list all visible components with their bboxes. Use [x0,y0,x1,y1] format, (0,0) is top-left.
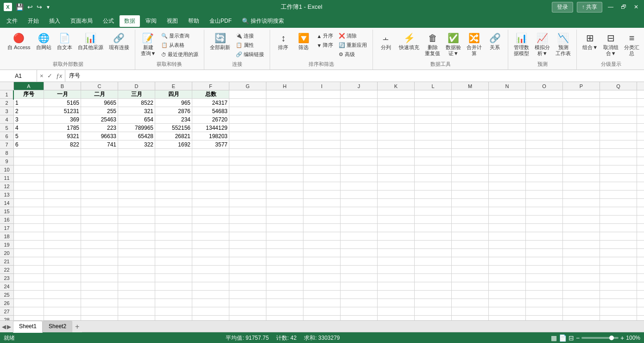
cell-B22[interactable] [44,266,81,274]
cell-O22[interactable] [526,266,563,274]
share-button[interactable]: ↑ 共享 [577,2,602,13]
ribbon-btn-edit-links[interactable]: 🔗 编辑链接 [234,50,266,59]
cell-H3[interactable] [266,107,303,115]
cell-J17[interactable] [341,224,378,232]
cell-H12[interactable] [266,182,303,191]
menu-help[interactable]: 帮助 [183,15,204,27]
cell-K20[interactable] [378,249,415,257]
cell-O2[interactable] [526,99,563,107]
cell-E17[interactable] [155,224,192,232]
cell-G16[interactable] [229,216,266,224]
cell-K27[interactable] [378,307,415,316]
ribbon-btn-other-sources[interactable]: 📊 自其他采源 [76,32,105,51]
ribbon-btn-consolidate[interactable]: 🔀 合并计算 [465,32,484,57]
cell-P12[interactable] [563,182,600,191]
cell-E8[interactable] [155,149,192,157]
ribbon-btn-forecast-sheet[interactable]: 📉 预测工作表 [554,32,573,57]
cell-K2[interactable] [378,99,415,107]
cell-R25[interactable] [637,291,644,299]
cell-L27[interactable] [415,307,452,316]
cell-F24[interactable] [192,282,229,291]
cell-Q10[interactable] [600,165,637,174]
cell-I2[interactable] [303,99,341,107]
cell-F11[interactable] [192,174,229,182]
cell-I5[interactable] [303,124,341,132]
cell-K6[interactable] [378,132,415,140]
cell-B5[interactable]: 1785 [44,124,81,132]
cell-F21[interactable] [192,257,229,266]
cell-J20[interactable] [341,249,378,257]
cell-A14[interactable] [14,199,44,207]
cell-E11[interactable] [155,174,192,182]
cell-R16[interactable] [637,216,644,224]
cell-D28[interactable] [118,316,155,320]
cell-F9[interactable] [192,157,229,165]
cell-N15[interactable] [489,207,526,216]
cell-Q1[interactable] [600,90,637,99]
cell-O28[interactable] [526,316,563,320]
row-header-20[interactable]: 20 [0,249,14,257]
cell-E2[interactable]: 965 [155,99,192,107]
menu-file[interactable]: 文件 [2,15,22,27]
cell-L21[interactable] [415,257,452,266]
cell-C17[interactable] [81,224,118,232]
zoom-slider[interactable] [581,337,619,339]
ribbon-btn-reapply[interactable]: 🔄 重新应用 [337,41,369,50]
cell-B8[interactable] [44,149,81,157]
cell-M22[interactable] [452,266,489,274]
cell-F6[interactable]: 198203 [192,132,229,140]
minimize-button[interactable]: — [606,3,615,11]
cell-G27[interactable] [229,307,266,316]
cell-J28[interactable] [341,316,378,320]
cell-K19[interactable] [378,241,415,249]
cell-C24[interactable] [81,282,118,291]
cell-A12[interactable] [14,182,44,191]
cell-D7[interactable]: 322 [118,140,155,149]
cell-A7[interactable]: 6 [14,140,44,149]
row-header-10[interactable]: 10 [0,165,14,174]
cell-Q7[interactable] [600,140,637,149]
cell-M8[interactable] [452,149,489,157]
cell-A21[interactable] [14,257,44,266]
cell-J26[interactable] [341,299,378,307]
cell-G21[interactable] [229,257,266,266]
cell-E13[interactable] [155,191,192,199]
cell-M26[interactable] [452,299,489,307]
cell-M5[interactable] [452,124,489,132]
cell-F26[interactable] [192,299,229,307]
cell-P6[interactable] [563,132,600,140]
cell-F13[interactable] [192,191,229,199]
menu-review[interactable]: 审阅 [141,15,161,27]
cell-G1[interactable] [229,90,266,99]
cell-C12[interactable] [81,182,118,191]
cell-G6[interactable] [229,132,266,140]
cell-K9[interactable] [378,157,415,165]
cell-C19[interactable] [81,241,118,249]
login-button[interactable]: 登录 [552,2,573,13]
cell-D18[interactable] [118,232,155,241]
cell-J15[interactable] [341,207,378,216]
cell-G24[interactable] [229,282,266,291]
cell-R23[interactable] [637,274,644,282]
cell-N11[interactable] [489,174,526,182]
cell-M7[interactable] [452,140,489,149]
cell-D3[interactable]: 321 [118,107,155,115]
undo-icon[interactable]: ↩ [26,2,34,12]
cell-I8[interactable] [303,149,341,157]
cell-N21[interactable] [489,257,526,266]
cell-P27[interactable] [563,307,600,316]
cell-L10[interactable] [415,165,452,174]
cell-M27[interactable] [452,307,489,316]
cell-N13[interactable] [489,191,526,199]
cell-N19[interactable] [489,241,526,249]
col-header-O[interactable]: O [526,82,563,90]
cell-O4[interactable] [526,115,563,124]
cell-J23[interactable] [341,274,378,282]
cell-P9[interactable] [563,157,600,165]
cell-M25[interactable] [452,291,489,299]
cell-K8[interactable] [378,149,415,157]
cell-Q15[interactable] [600,207,637,216]
cell-A26[interactable] [14,299,44,307]
cell-N3[interactable] [489,107,526,115]
cell-N16[interactable] [489,216,526,224]
